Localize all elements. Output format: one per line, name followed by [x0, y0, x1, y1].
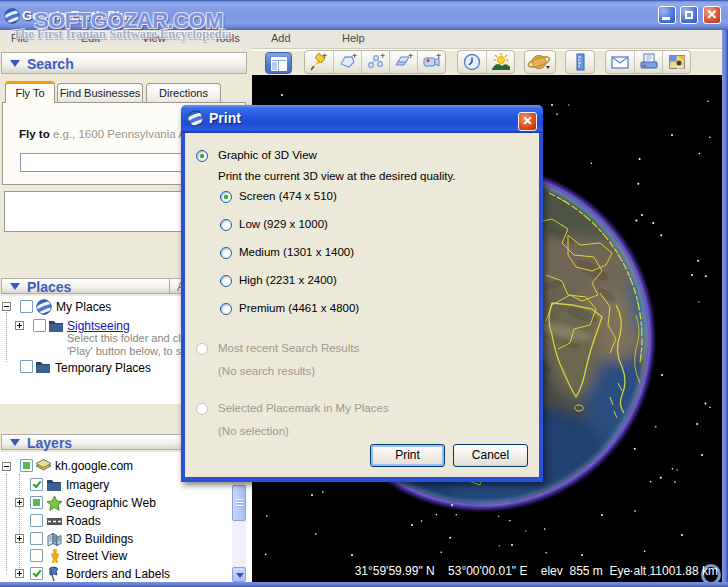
- svg-text:+: +: [322, 51, 327, 61]
- svg-text:+: +: [352, 51, 357, 61]
- svg-text:+: +: [408, 51, 413, 61]
- svg-text:+: +: [380, 51, 385, 61]
- svg-text:+: +: [436, 51, 441, 61]
